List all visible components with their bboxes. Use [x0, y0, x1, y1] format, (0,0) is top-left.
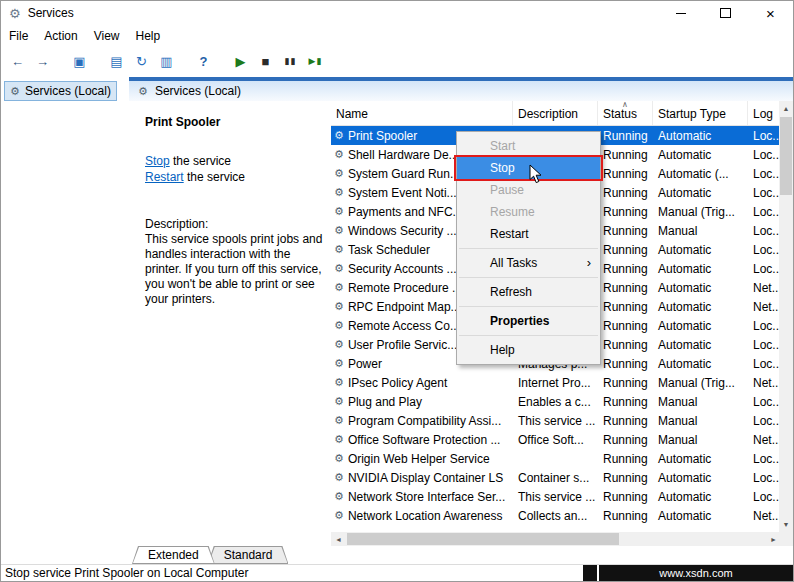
- properties-window-icon[interactable]: ▤: [104, 49, 129, 73]
- menu-separator: [459, 306, 598, 307]
- cell-status: Running: [598, 316, 653, 335]
- menu-item-label: Refresh: [490, 285, 532, 299]
- gear-icon: ⚙: [138, 86, 148, 97]
- cell-startup_type: Automatic: [653, 487, 748, 506]
- horizontal-scroll-thumb[interactable]: [347, 533, 619, 545]
- horizontal-scrollbar[interactable]: ◄ ►: [331, 532, 781, 546]
- cell-log_on_as: Loc...: [748, 183, 781, 202]
- cell-description: Collects an...: [513, 506, 598, 525]
- menu-separator: [459, 277, 598, 278]
- cell-description: Internet Pro...: [513, 373, 598, 392]
- table-row[interactable]: ⚙Network Location AwarenessCollects an..…: [331, 506, 781, 525]
- show-console-tree-icon[interactable]: ▣: [67, 49, 92, 73]
- service-gear-icon: ⚙: [334, 244, 344, 255]
- stop-service-link[interactable]: Stop: [145, 154, 170, 168]
- tab-standard[interactable]: Standard: [208, 546, 289, 564]
- cell-log_on_as: Loc...: [748, 221, 781, 240]
- service-gear-icon: ⚙: [334, 320, 344, 331]
- cell-log_on_as: Loc...: [748, 240, 781, 259]
- cell-log_on_as: Net...: [748, 373, 781, 392]
- context-menu-item-restart[interactable]: Restart: [457, 223, 600, 245]
- table-row[interactable]: ⚙Plug and PlayEnables a c...RunningManua…: [331, 392, 781, 411]
- cell-startup_type: Automatic: [653, 316, 748, 335]
- mouse-cursor-icon: [529, 164, 542, 184]
- refresh-icon[interactable]: ↻: [129, 49, 154, 73]
- service-name-text: Office Software Protection ...: [348, 433, 501, 447]
- menu-bar: FileActionViewHelp: [1, 25, 793, 47]
- close-button[interactable]: ×: [748, 1, 793, 25]
- maximize-button[interactable]: [703, 1, 748, 25]
- table-row[interactable]: ⚙Program Compatibility Assi...This servi…: [331, 411, 781, 430]
- context-menu-item-properties[interactable]: Properties: [457, 310, 600, 332]
- service-name-text: Print Spooler: [348, 129, 417, 143]
- tab-label: Standard: [224, 548, 273, 562]
- menu-help[interactable]: Help: [128, 25, 169, 47]
- help-icon[interactable]: ?: [191, 49, 216, 73]
- services-app-icon: ⚙: [9, 7, 21, 20]
- window-title: Services: [28, 6, 74, 20]
- cell-name: ⚙Origin Web Helper Service: [331, 449, 513, 468]
- cell-description: [513, 449, 598, 468]
- table-row[interactable]: ⚙NVIDIA Display Container LSContainer s.…: [331, 468, 781, 487]
- panel-header: ⚙ Services (Local): [129, 77, 793, 101]
- service-name-text: Shell Hardware De...: [348, 148, 459, 162]
- table-row[interactable]: ⚙IPsec Policy AgentInternet Pro...Runnin…: [331, 373, 781, 392]
- table-row[interactable]: ⚙Office Software Protection ...Office So…: [331, 430, 781, 449]
- vertical-scroll-thumb[interactable]: [780, 117, 792, 195]
- service-name-text: Network Location Awareness: [348, 509, 503, 523]
- service-gear-icon: ⚙: [334, 434, 344, 445]
- cell-status: Running: [598, 221, 653, 240]
- cell-status: Running: [598, 202, 653, 221]
- back-arrow-icon[interactable]: ←: [5, 49, 30, 73]
- column-header-status[interactable]: Status∧: [598, 101, 653, 125]
- column-header-name[interactable]: Name: [331, 101, 513, 125]
- column-header-description[interactable]: Description: [513, 101, 598, 125]
- column-header-startup-type[interactable]: Startup Type: [653, 101, 748, 125]
- table-row[interactable]: ⚙Network Store Interface Ser...This serv…: [331, 487, 781, 506]
- service-name-text: Payments and NFC...: [348, 205, 463, 219]
- service-name-text: Remote Procedure ...: [348, 281, 462, 295]
- details-pane: Print Spooler Stop the service Restart t…: [129, 101, 331, 544]
- scroll-up-arrow-icon[interactable]: ▲: [779, 101, 793, 116]
- context-menu-item-help[interactable]: Help: [457, 339, 600, 361]
- cell-status: Running: [598, 183, 653, 202]
- column-header-label: Description: [518, 107, 578, 121]
- cell-startup_type: Manual: [653, 392, 748, 411]
- restart-service-link[interactable]: Restart: [145, 170, 184, 184]
- menu-action[interactable]: Action: [36, 25, 85, 47]
- column-header-log[interactable]: Log: [748, 101, 781, 125]
- description-block: Description: This service spools print j…: [145, 217, 323, 307]
- service-gear-icon: ⚙: [334, 187, 344, 198]
- context-menu-item-refresh[interactable]: Refresh: [457, 281, 600, 303]
- menu-view[interactable]: View: [86, 25, 128, 47]
- cell-status: Running: [598, 164, 653, 183]
- tab-extended[interactable]: Extended: [132, 546, 215, 564]
- cell-log_on_as: Loc...: [748, 354, 781, 373]
- cell-startup_type: Automatic: [653, 240, 748, 259]
- service-name-text: Origin Web Helper Service: [348, 452, 490, 466]
- export-list-icon[interactable]: ▥: [154, 49, 179, 73]
- context-menu-item-all-tasks[interactable]: All Tasks›: [457, 252, 600, 274]
- cell-log_on_as: Loc...: [748, 487, 781, 506]
- vertical-scrollbar[interactable]: ▲ ▼: [779, 101, 793, 532]
- tree-item-services-local[interactable]: ⚙ Services (Local): [4, 81, 117, 101]
- stop-service-icon[interactable]: ■: [253, 49, 278, 73]
- minimize-button[interactable]: [658, 1, 703, 25]
- cell-log_on_as: Net...: [748, 278, 781, 297]
- table-row[interactable]: ⚙Origin Web Helper ServiceRunningAutomat…: [331, 449, 781, 468]
- menu-item-label: Resume: [490, 205, 535, 219]
- service-name-text: User Profile Servic...: [348, 338, 457, 352]
- scroll-left-arrow-icon[interactable]: ◄: [331, 532, 346, 546]
- forward-arrow-icon[interactable]: →: [30, 49, 55, 73]
- pause-service-icon[interactable]: ▮▮: [278, 49, 303, 73]
- restart-service-line: Restart the service: [145, 170, 323, 185]
- cell-description: Enables a c...: [513, 392, 598, 411]
- menu-file[interactable]: File: [1, 25, 36, 47]
- start-service-icon[interactable]: ▶: [228, 49, 253, 73]
- scroll-down-arrow-icon[interactable]: ▼: [779, 517, 793, 532]
- cell-status: Running: [598, 278, 653, 297]
- cell-name: ⚙Office Software Protection ...: [331, 430, 513, 449]
- restart-service-icon[interactable]: ▶▮: [303, 49, 328, 73]
- service-name-text: Security Accounts ...: [348, 262, 457, 276]
- service-gear-icon: ⚙: [334, 282, 344, 293]
